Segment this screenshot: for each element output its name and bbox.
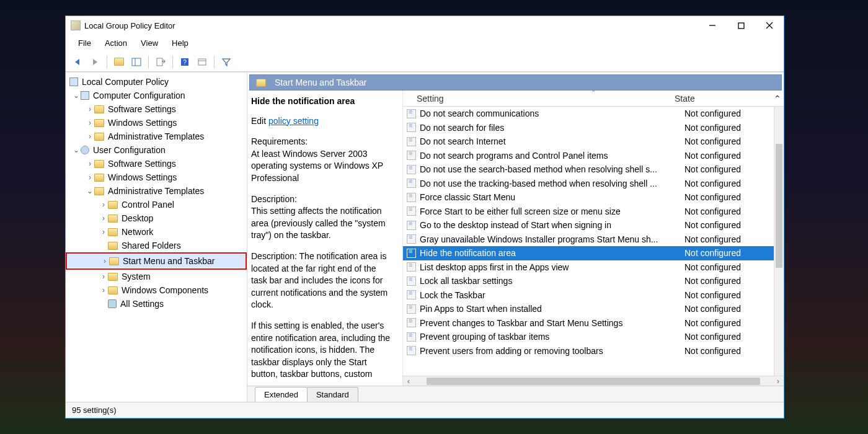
scrollbar-thumb[interactable] xyxy=(776,144,782,268)
list-item[interactable]: Prevent changes to Taskbar and Start Men… xyxy=(403,316,784,330)
chevron-right-icon[interactable]: › xyxy=(99,286,108,294)
folder-icon xyxy=(108,215,118,223)
edit-policy-link[interactable]: policy setting xyxy=(268,116,319,126)
svg-text:?: ? xyxy=(183,59,187,66)
tree-label: Control Panel xyxy=(122,200,174,210)
settings-list[interactable]: Do not search communicationsNot configur… xyxy=(403,107,784,376)
tree-system[interactable]: ›System xyxy=(66,270,247,283)
svg-rect-1 xyxy=(738,23,744,29)
setting-state: Not configured xyxy=(684,262,784,272)
scroll-left-icon[interactable]: ‹ xyxy=(403,377,414,386)
tree-shared-folders[interactable]: Shared Folders xyxy=(66,239,247,252)
setting-name: Force Start to be either full screen siz… xyxy=(420,206,684,216)
list-item[interactable]: Do not use the search-based method when … xyxy=(403,162,784,177)
tree-uc-admin[interactable]: ⌄Administrative Templates xyxy=(66,184,247,198)
tree-uc-software[interactable]: ›Software Settings xyxy=(66,157,247,170)
tree-desktop[interactable]: ›Desktop xyxy=(66,211,247,225)
list-item[interactable]: Do not search programs and Control Panel… xyxy=(403,149,784,163)
properties-button[interactable] xyxy=(194,54,210,70)
tree-user-config[interactable]: ⌄User Configuration xyxy=(66,143,247,157)
chevron-right-icon[interactable]: › xyxy=(99,200,108,209)
list-item[interactable]: Do not search communicationsNot configur… xyxy=(403,107,784,121)
scroll-right-icon[interactable]: › xyxy=(773,377,784,386)
chevron-right-icon[interactable]: › xyxy=(100,257,109,265)
list-item[interactable]: Do not search InternetNot configured xyxy=(403,135,784,149)
tree-cc-windows[interactable]: ›Windows Settings xyxy=(66,116,247,130)
tree-windows-components[interactable]: ›Windows Components xyxy=(66,283,247,297)
policy-icon xyxy=(407,221,416,230)
list-item[interactable]: Force Start to be either full screen siz… xyxy=(403,205,784,219)
maximize-button[interactable] xyxy=(727,16,755,35)
list-item[interactable]: Gray unavailable Windows Installer progr… xyxy=(403,232,784,247)
policy-icon xyxy=(407,179,416,188)
tree-cc-admin[interactable]: ›Administrative Templates xyxy=(66,130,247,143)
chevron-down-icon[interactable]: ⌄ xyxy=(72,91,81,100)
vertical-scrollbar[interactable] xyxy=(774,107,784,376)
list-item[interactable]: Do not search for filesNot configured xyxy=(403,121,784,135)
chevron-right-icon[interactable]: › xyxy=(86,132,94,141)
list-item[interactable]: Pin Apps to Start when installedNot conf… xyxy=(403,302,784,316)
chevron-right-icon[interactable]: › xyxy=(86,118,94,127)
chevron-right-icon[interactable]: › xyxy=(99,214,108,223)
list-item[interactable]: Prevent grouping of taskbar itemsNot con… xyxy=(403,330,784,344)
list-item[interactable]: Prevent users from adding or removing to… xyxy=(403,344,784,358)
svg-rect-9 xyxy=(198,59,206,65)
help-button[interactable]: ? xyxy=(177,54,193,70)
tab-standard[interactable]: Standard xyxy=(307,387,358,402)
status-bar: 95 setting(s) xyxy=(66,402,784,418)
policy-icon xyxy=(407,165,416,174)
tab-extended[interactable]: Extended xyxy=(255,387,308,402)
user-icon xyxy=(81,146,89,154)
menu-help[interactable]: Help xyxy=(166,36,195,50)
column-setting[interactable]: Setting xyxy=(403,94,675,104)
list-header[interactable]: ⌃ Setting State ⌃ xyxy=(403,91,784,107)
tree-start-menu-taskbar[interactable]: ›Start Menu and Taskbar xyxy=(67,254,246,268)
chevron-down-icon[interactable]: ⌄ xyxy=(86,187,94,195)
list-item[interactable]: Lock the TaskbarNot configured xyxy=(403,288,784,303)
column-state[interactable]: State xyxy=(675,94,774,104)
policy-icon xyxy=(407,346,416,355)
tree-uc-windows[interactable]: ›Windows Settings xyxy=(66,170,247,184)
close-button[interactable] xyxy=(755,16,784,35)
up-button[interactable] xyxy=(111,54,127,70)
list-item[interactable]: Go to the desktop instead of Start when … xyxy=(403,218,784,232)
list-item[interactable]: Hide the notification areaNot configured xyxy=(403,246,784,260)
policy-icon xyxy=(407,304,416,314)
tree-all-settings[interactable]: All Settings xyxy=(66,297,247,311)
setting-name: Do not use the tracking-based method whe… xyxy=(420,179,684,188)
list-item[interactable]: Do not use the tracking-based method whe… xyxy=(403,177,784,191)
minimize-button[interactable] xyxy=(698,16,727,35)
list-item[interactable]: Force classic Start MenuNot configured xyxy=(403,190,784,205)
list-item[interactable]: Lock all taskbar settingsNot configured xyxy=(403,274,784,288)
chevron-right-icon[interactable]: › xyxy=(99,272,108,281)
chevron-right-icon[interactable]: › xyxy=(86,159,94,168)
chevron-right-icon[interactable]: › xyxy=(86,173,94,182)
tree-network[interactable]: ›Network xyxy=(66,225,247,239)
chevron-down-icon[interactable]: ⌄ xyxy=(72,146,81,154)
list-item[interactable]: List desktop apps first in the Apps view… xyxy=(403,260,784,275)
tree-label: Software Settings xyxy=(108,104,176,114)
menu-file[interactable]: File xyxy=(72,36,97,50)
setting-state: Not configured xyxy=(684,318,784,328)
forward-button[interactable] xyxy=(87,54,103,70)
scrollbar-thumb[interactable] xyxy=(427,378,760,385)
horizontal-scrollbar[interactable]: ‹ › xyxy=(403,376,784,386)
tree-label: Local Computer Policy xyxy=(82,77,169,87)
tree-pane[interactable]: Local Computer Policy ⌄Computer Configur… xyxy=(66,73,247,402)
chevron-right-icon[interactable]: › xyxy=(99,228,108,236)
tree-control-panel[interactable]: ›Control Panel xyxy=(66,198,247,211)
tree-root[interactable]: Local Computer Policy xyxy=(66,75,247,89)
policy-icon xyxy=(407,332,416,342)
tree-computer-config[interactable]: ⌄Computer Configuration xyxy=(66,89,247,102)
chevron-right-icon[interactable]: › xyxy=(86,105,94,113)
export-button[interactable] xyxy=(153,54,169,70)
setting-state: Not configured xyxy=(684,220,784,230)
back-button[interactable] xyxy=(69,54,86,70)
tree-cc-software[interactable]: ›Software Settings xyxy=(66,102,247,116)
filter-button[interactable] xyxy=(218,54,234,70)
tree-label: Windows Components xyxy=(122,285,208,295)
setting-name: Prevent changes to Taskbar and Start Men… xyxy=(420,318,684,328)
menu-view[interactable]: View xyxy=(135,36,164,50)
show-hide-tree-button[interactable] xyxy=(128,54,144,70)
menu-action[interactable]: Action xyxy=(99,36,133,50)
